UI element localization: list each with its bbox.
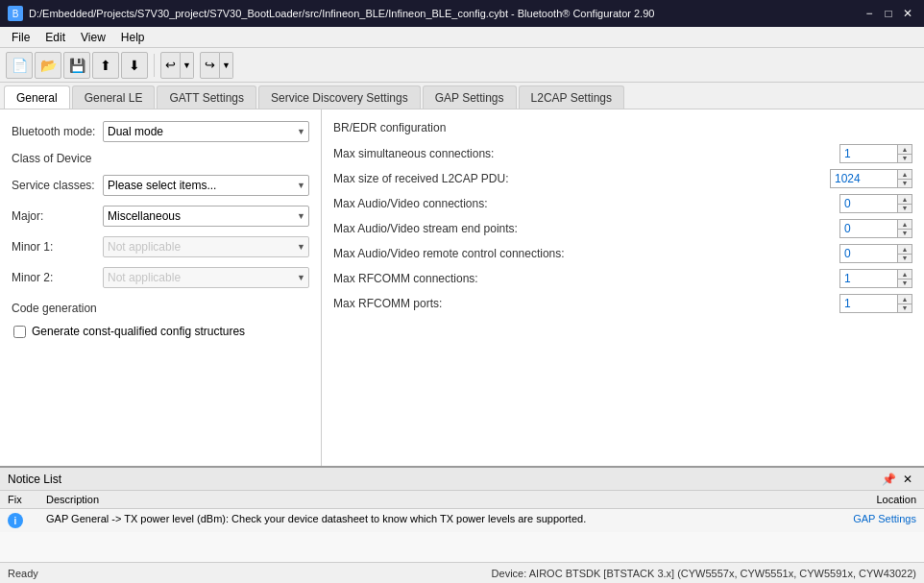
minor1-row: Minor 1: Not applicable ▼ (12, 236, 309, 257)
spinbox-4: ▲ ▼ (839, 244, 912, 263)
config-row-1: Max size of received L2CAP PDU: ▲ ▼ (333, 169, 912, 188)
save-button[interactable]: 💾 (63, 52, 90, 79)
major-label: Major: (12, 209, 103, 223)
spinbox-up-1[interactable]: ▲ (898, 170, 912, 179)
bluetooth-mode-label: Bluetooth mode: (12, 125, 103, 138)
spinbox-down-6[interactable]: ▼ (898, 304, 912, 313)
spinbox-btns-5: ▲ ▼ (897, 269, 912, 288)
notice-pin-button[interactable]: 📌 (880, 471, 897, 488)
config-label-2: Max Audio/Video connections: (333, 197, 839, 210)
status-bar: Ready Device: AIROC BTSDK [BTSTACK 3.x] … (0, 562, 924, 583)
minor1-select[interactable]: Not applicable (103, 236, 309, 257)
spinbox-up-3[interactable]: ▲ (898, 220, 912, 229)
major-select[interactable]: Miscellaneous Computer Phone LAN/Network… (103, 206, 309, 227)
config-row-4: Max Audio/Video remote control connectio… (333, 244, 912, 263)
config-label-1: Max size of received L2CAP PDU: (333, 172, 830, 185)
config-row-0: Max simultaneous connections: ▲ ▼ (333, 144, 912, 163)
menu-file[interactable]: File (4, 29, 37, 46)
service-classes-select[interactable]: Please select items... (103, 175, 309, 196)
notice-list: Notice List 📌 ✕ Fix Description Location… (0, 466, 924, 562)
spinbox-down-1[interactable]: ▼ (898, 179, 912, 188)
service-classes-wrapper: Please select items... ▼ (103, 175, 309, 196)
notice-info-icon-0: i (8, 513, 23, 528)
generate-checkbox[interactable] (13, 326, 26, 338)
config-row-5: Max RFCOMM connections: ▲ ▼ (333, 269, 912, 288)
spinbox-btns-1: ▲ ▼ (897, 169, 912, 188)
maximize-button[interactable]: □ (880, 5, 897, 22)
menu-edit[interactable]: Edit (37, 29, 73, 46)
left-panel: Bluetooth mode: Dual mode LE only BR/EDR… (0, 109, 322, 466)
menu-help[interactable]: Help (113, 29, 153, 46)
tab-general-le[interactable]: General LE (72, 85, 156, 109)
minor2-wrapper: Not applicable ▼ (103, 267, 309, 288)
spinbox-down-2[interactable]: ▼ (898, 204, 912, 213)
notice-col-desc-header: Description (46, 494, 820, 505)
open-button[interactable]: 📂 (35, 52, 61, 79)
config-row-3: Max Audio/Video stream end points: ▲ ▼ (333, 219, 912, 238)
class-of-device-title: Class of Device (12, 152, 309, 165)
notice-fix-cell-0: i (8, 513, 46, 528)
main-content: Bluetooth mode: Dual mode LE only BR/EDR… (0, 109, 924, 466)
tab-gatt-settings[interactable]: GATT Settings (157, 85, 256, 109)
notice-loc-0[interactable]: GAP Settings (820, 513, 916, 524)
notice-col-fix-header: Fix (8, 494, 46, 505)
spinbox-down-0[interactable]: ▼ (898, 154, 912, 163)
spinbox-input-1[interactable] (830, 169, 897, 188)
minimize-button[interactable]: − (861, 5, 878, 22)
notice-row-0: i GAP General -> TX power level (dBm): C… (0, 509, 924, 532)
config-label-0: Max simultaneous connections: (333, 147, 839, 160)
toolbar: 📄 📂 💾 ⬆ ⬇ ↩ ▼ ↪ ▼ (0, 48, 924, 83)
minor2-select[interactable]: Not applicable (103, 267, 309, 288)
menu-view[interactable]: View (73, 29, 113, 46)
tab-l2cap-settings[interactable]: L2CAP Settings (519, 85, 625, 109)
bluetooth-mode-wrapper: Dual mode LE only BR/EDR only ▼ (103, 121, 309, 142)
spinbox-input-3[interactable] (839, 219, 897, 238)
notice-desc-0: GAP General -> TX power level (dBm): Che… (46, 513, 820, 524)
spinbox-2: ▲ ▼ (839, 194, 912, 213)
spinbox-btns-2: ▲ ▼ (897, 194, 912, 213)
spinbox-down-5[interactable]: ▼ (898, 279, 912, 288)
undo-button[interactable]: ↩ (160, 52, 181, 79)
spinbox-input-5[interactable] (839, 269, 897, 288)
bluetooth-mode-select[interactable]: Dual mode LE only BR/EDR only (103, 121, 309, 142)
tab-service-discovery[interactable]: Service Discovery Settings (258, 85, 421, 109)
undo-dropdown-button[interactable]: ▼ (181, 52, 194, 79)
spinbox-input-4[interactable] (839, 244, 897, 263)
redo-group: ↪ ▼ (196, 52, 233, 79)
menu-bar: File Edit View Help (0, 27, 924, 48)
bluetooth-mode-row: Bluetooth mode: Dual mode LE only BR/EDR… (12, 121, 309, 142)
bredr-config-title: BR/EDR configuration (333, 121, 912, 134)
spinbox-down-3[interactable]: ▼ (898, 229, 912, 238)
redo-dropdown-button[interactable]: ▼ (220, 52, 233, 79)
import-button[interactable]: ⬆ (92, 52, 119, 79)
spinbox-3: ▲ ▼ (839, 219, 912, 238)
spinbox-5: ▲ ▼ (839, 269, 912, 288)
app-icon: B (8, 6, 23, 21)
new-button[interactable]: 📄 (6, 52, 33, 79)
tab-gap-settings[interactable]: GAP Settings (423, 85, 517, 109)
notice-col-loc-header: Location (820, 494, 916, 505)
config-label-4: Max Audio/Video remote control connectio… (333, 247, 839, 260)
spinbox-down-4[interactable]: ▼ (898, 254, 912, 263)
spinbox-input-6[interactable] (839, 294, 897, 313)
tab-bar: General General LE GATT Settings Service… (0, 83, 924, 109)
spinbox-up-5[interactable]: ▲ (898, 270, 912, 279)
service-classes-label: Service classes: (12, 179, 103, 192)
generate-checkbox-label[interactable]: Generate const-qualified config structur… (32, 325, 245, 338)
spinbox-input-2[interactable] (839, 194, 897, 213)
right-panel: BR/EDR configuration Max simultaneous co… (322, 109, 924, 466)
export-button[interactable]: ⬇ (121, 52, 148, 79)
title-bar-text: D:/Embedded/Projects/S7V30_project/S7V30… (29, 8, 861, 19)
tab-general[interactable]: General (4, 85, 70, 109)
major-wrapper: Miscellaneous Computer Phone LAN/Network… (103, 206, 309, 227)
spinbox-btns-0: ▲ ▼ (897, 144, 912, 163)
close-button[interactable]: ✕ (899, 5, 916, 22)
redo-button[interactable]: ↪ (200, 52, 220, 79)
notice-close-button[interactable]: ✕ (899, 471, 916, 488)
spinbox-up-2[interactable]: ▲ (898, 195, 912, 204)
spinbox-input-0[interactable] (839, 144, 897, 163)
spinbox-up-0[interactable]: ▲ (898, 145, 912, 154)
class-of-device-section: Class of Device Service classes: Please … (12, 152, 309, 288)
spinbox-up-6[interactable]: ▲ (898, 295, 912, 304)
spinbox-up-4[interactable]: ▲ (898, 245, 912, 254)
